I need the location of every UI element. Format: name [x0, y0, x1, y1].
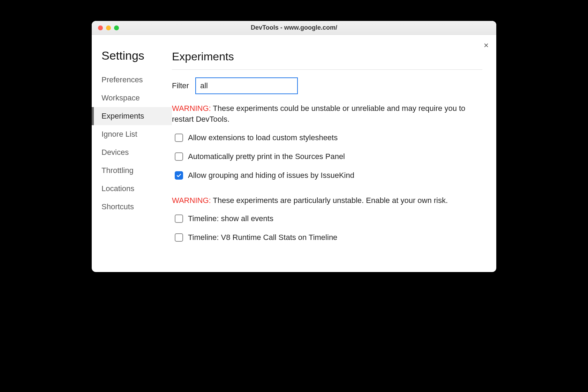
- sidebar-item-label: Throttling: [101, 166, 134, 175]
- window-titlebar: DevTools - www.google.com/: [92, 21, 496, 35]
- experiment-label: Timeline: V8 Runtime Call Stats on Timel…: [188, 233, 337, 242]
- sidebar-item-label: Ignore List: [101, 130, 137, 139]
- sidebar-item-devices[interactable]: Devices: [92, 143, 172, 161]
- experiment-label: Automatically pretty print in the Source…: [188, 152, 345, 161]
- sidebar-item-workspace[interactable]: Workspace: [92, 89, 172, 107]
- experiment-row: Timeline: show all events: [172, 214, 482, 223]
- warning-text: WARNING: These experiments could be unst…: [172, 103, 482, 125]
- window-close-button[interactable]: [98, 25, 103, 30]
- experiment-row: Allow extensions to load custom styleshe…: [172, 133, 482, 142]
- sidebar-item-ignore-list[interactable]: Ignore List: [92, 125, 172, 143]
- check-icon: [176, 173, 182, 178]
- warning-label: WARNING:: [172, 104, 211, 113]
- content-area: × Settings Preferences Workspace Experim…: [92, 35, 496, 272]
- traffic-lights: [92, 25, 119, 30]
- sidebar-heading: Settings: [92, 49, 172, 62]
- sidebar-item-label: Locations: [101, 184, 134, 193]
- experiment-checkbox[interactable]: [175, 233, 183, 242]
- sidebar-item-experiments[interactable]: Experiments: [92, 107, 172, 125]
- devtools-window: DevTools - www.google.com/ × Settings Pr…: [92, 21, 496, 272]
- window-zoom-button[interactable]: [114, 25, 119, 30]
- experiment-checkbox[interactable]: [175, 152, 183, 161]
- window-minimize-button[interactable]: [106, 25, 111, 30]
- experiment-row: Automatically pretty print in the Source…: [172, 152, 482, 161]
- sidebar-item-throttling[interactable]: Throttling: [92, 161, 172, 180]
- sidebar-item-label: Workspace: [101, 93, 140, 103]
- warning-label: WARNING:: [172, 196, 211, 205]
- window-title: DevTools - www.google.com/: [92, 24, 496, 31]
- warning-body: These experiments could be unstable or u…: [172, 104, 465, 123]
- experiment-label: Timeline: show all events: [188, 214, 273, 223]
- sidebar-item-label: Experiments: [101, 112, 144, 121]
- experiment-row: Allow grouping and hiding of issues by I…: [172, 171, 482, 180]
- sidebar-item-label: Devices: [101, 148, 129, 157]
- experiment-label: Allow grouping and hiding of issues by I…: [188, 171, 354, 180]
- filter-label: Filter: [172, 81, 189, 90]
- filter-input[interactable]: [195, 77, 298, 94]
- experiment-row: Timeline: V8 Runtime Call Stats on Timel…: [172, 233, 482, 242]
- warning-body: These experiments are particularly unsta…: [211, 196, 448, 205]
- experiment-checkbox[interactable]: [175, 214, 183, 223]
- sidebar-item-preferences[interactable]: Preferences: [92, 71, 172, 89]
- sidebar-item-label: Shortcuts: [101, 202, 134, 211]
- main-panel: Experiments Filter WARNING: These experi…: [172, 35, 496, 258]
- sidebar-item-shortcuts[interactable]: Shortcuts: [92, 198, 172, 216]
- experiment-label: Allow extensions to load custom styleshe…: [188, 133, 338, 142]
- filter-row: Filter: [172, 77, 482, 94]
- page-title: Experiments: [172, 50, 482, 63]
- experiment-checkbox[interactable]: [175, 134, 183, 142]
- close-icon[interactable]: ×: [484, 41, 489, 50]
- settings-sidebar: Settings Preferences Workspace Experimen…: [92, 35, 172, 258]
- experiment-checkbox[interactable]: [175, 171, 183, 180]
- sidebar-item-label: Preferences: [101, 75, 143, 84]
- sidebar-item-locations[interactable]: Locations: [92, 180, 172, 198]
- divider: [172, 69, 482, 70]
- warning-text: WARNING: These experiments are particula…: [172, 195, 482, 206]
